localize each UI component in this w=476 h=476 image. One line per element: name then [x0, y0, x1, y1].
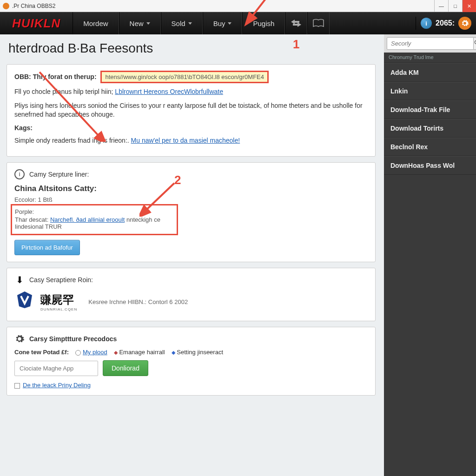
window-close-button[interactable]: ✕	[462, 0, 476, 12]
link-priny-deling[interactable]: De the leack Priny Deling	[23, 382, 91, 389]
card2-title: China Altsitons Catty:	[14, 184, 368, 193]
kags-row: Simple ondy readerts fnad ing is frieon:…	[14, 136, 368, 145]
card-seraptiere: ⬇ Casy Seraptiere Roin: 豏屍罕 DUNNRIAL.CQE…	[7, 268, 376, 321]
right-sidebar: Chronumy Trud lme Adda KM Lnkin Download…	[384, 34, 476, 476]
card4-options-row: Cone tew Potad £f: My plood ◆ Emanage ha…	[14, 349, 368, 356]
window-titlebar: .Pr China OBBS2 — □ ✕	[0, 0, 476, 12]
radio-icon	[75, 350, 81, 356]
info-circle-icon: i	[14, 169, 25, 179]
gear-icon	[14, 334, 25, 344]
sidebar-subhead: Chronumy Trud lme	[384, 53, 476, 63]
nav-item-new[interactable]: New	[119, 12, 161, 34]
partner-name-cjk: 豏屍罕	[40, 292, 77, 307]
main-column: hterdroad B·Bа Feesonts 1 OBB: Thiy fora…	[0, 34, 384, 476]
option-my-plood[interactable]: My plood	[75, 349, 107, 356]
card4-header: Carsy Simpttture Precodocs	[14, 334, 368, 344]
card3-header: ⬇ Casy Seraptiere Roin:	[14, 275, 368, 285]
diamond-icon: ◆	[172, 350, 175, 355]
av-shield-icon	[14, 290, 35, 310]
sidebar-item-beclnol-rex[interactable]: Beclnol Rex	[384, 138, 476, 156]
annotation-number-1: 1	[293, 37, 299, 52]
card-obb: OBB: Thiy forat on therup: htens//www.gi…	[7, 64, 376, 157]
nav-items: Mordew New Sold Buy Pugish	[73, 12, 285, 34]
card1-description: Pliys ising hers lonoleurs soniod the Ci…	[14, 101, 368, 119]
partner-desc: Kesree Irchne HllBN.: Contorl 6 2002	[88, 298, 188, 305]
chevron-down-icon	[188, 22, 192, 25]
settings-gear-button[interactable]	[458, 17, 471, 30]
card2-highlight-box: Porple: Thar descat: Narchefl. ðad allin…	[11, 204, 178, 235]
sidebar-item-downhoas-pass[interactable]: DownHoas Pass Wol	[384, 156, 476, 175]
card4-input-row: Donliorad	[14, 360, 368, 376]
sidebar-item-download-trak[interactable]: Download-Trak File	[384, 100, 476, 119]
card2-porple: Porple:	[15, 208, 174, 215]
nav-right-area: i 2065:	[416, 17, 476, 30]
card-china-altsitons: 2 i Camy Serpture liner: China Altsitons…	[7, 162, 376, 262]
chevron-down-icon	[146, 22, 150, 25]
annotation-number-2: 2	[174, 173, 181, 187]
obb-row: OBB: Thiy forat on therup: htens//www.gi…	[14, 71, 368, 83]
sidebar-search-input[interactable]	[387, 37, 474, 50]
av-logo-mark	[14, 290, 35, 314]
nav-counter: 2065:	[436, 19, 455, 27]
chevron-down-icon	[228, 22, 231, 25]
page-title: hterdroad B·Bа Feesonts	[7, 41, 376, 56]
sidebar-item-download-torirts[interactable]: Download Torirts	[384, 119, 476, 138]
nav-item-buy[interactable]: Buy	[203, 12, 243, 34]
link-narchefl[interactable]: Narchefl. ðad allinial erooult	[50, 216, 125, 223]
window-minimize-button[interactable]: —	[434, 0, 448, 12]
app-name-input[interactable]	[14, 361, 98, 376]
window-title: .Pr China OBBS2	[12, 3, 55, 9]
link-kags[interactable]: Mu naw'el per to da masiel macheole!	[131, 137, 240, 144]
info-badge-icon[interactable]: i	[421, 18, 432, 29]
favicon-icon	[3, 3, 9, 9]
swap-icon	[289, 18, 303, 28]
partner-logo-row: 豏屍罕 DUNNRIAL.CQEN Kesree Irchne HllBN.: …	[14, 290, 368, 314]
kags-heading: Kags:	[14, 124, 368, 132]
link-lblrownrt[interactable]: Lblrownrt Hereons OrecWlobrfullwate	[115, 88, 223, 95]
nav-book-icon[interactable]	[307, 12, 330, 34]
sidebar-search-button[interactable]	[474, 37, 476, 50]
card2-desc-row: Thar descat: Narchefl. ðad allinial eroo…	[15, 216, 174, 230]
diamond-icon: ◆	[114, 350, 118, 355]
option-emanage[interactable]: ◆ Emanage hairrall	[114, 349, 165, 356]
nav-item-sold[interactable]: Sold	[161, 12, 203, 34]
download-button[interactable]: Donliorad	[103, 360, 148, 376]
gear-icon	[461, 19, 469, 27]
card2-header: i Camy Serpture liner:	[14, 169, 368, 179]
partner-name-sub: DUNNRIAL.CQEN	[40, 307, 77, 311]
pirtction-button[interactable]: Pirtction ad Bafofur	[14, 240, 80, 255]
search-icon	[474, 40, 476, 46]
card-precodocs: Carsy Simpttture Precodocs Cone tew Pota…	[7, 327, 376, 396]
url-input-highlight[interactable]: htens//www.gin/ock oop/o7881\bTO84Gl.l8 …	[101, 71, 268, 83]
sidebar-search	[384, 34, 476, 53]
option-setting[interactable]: ◆ Setting jinseeract	[172, 349, 223, 356]
nav-swap-icon[interactable]	[285, 12, 307, 34]
card2-excolor: Eccolor: 1 Btß	[14, 196, 368, 203]
top-navbar: HUIKLN Mordew New Sold Buy Pugish i 2065…	[0, 12, 476, 34]
nav-item-mordew[interactable]: Mordew	[73, 12, 119, 34]
download-arrow-icon: ⬇	[14, 275, 25, 285]
brand-logo[interactable]: HUIKLN	[0, 16, 73, 31]
obb-label: OBB: Thiy forat on therup:	[14, 73, 97, 80]
sidebar-item-lnkin[interactable]: Lnkin	[384, 82, 476, 100]
book-icon	[312, 18, 324, 28]
checkbox-icon[interactable]	[14, 383, 20, 389]
window-maximize-button[interactable]: □	[448, 0, 462, 12]
sidebar-item-adda-km[interactable]: Adda KM	[384, 63, 476, 82]
nav-item-pugish[interactable]: Pugish	[242, 12, 285, 34]
card4-bottom-row: De the leack Priny Deling	[14, 382, 368, 389]
card1-line2: Fll yo chocle planus hilp teripl hiin; L…	[14, 87, 368, 97]
